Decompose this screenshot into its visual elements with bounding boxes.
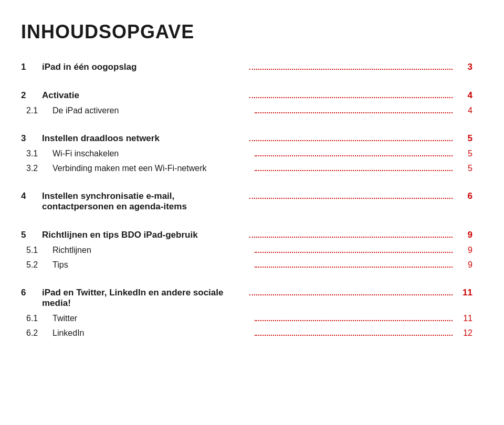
toc-sub-label: Wi-Fi inschakelen — [52, 149, 250, 158]
toc-sub-dots — [255, 252, 453, 253]
toc-label: Instellen draadloos netwerk — [42, 133, 245, 144]
toc-sub-number: 2.1 — [21, 106, 52, 115]
toc-sub-number: 3.1 — [21, 149, 52, 158]
section-spacer — [21, 125, 472, 133]
toc-page: 6 — [457, 191, 472, 201]
toc-dots — [249, 198, 453, 199]
toc-row-sub-5.1: 5.1Richtlijnen9 — [21, 246, 472, 255]
toc-sub-number: 5.2 — [21, 260, 52, 270]
section-spacer — [21, 82, 472, 90]
toc-dots — [249, 237, 453, 238]
toc-container: 1iPad in één oogopslag32Activatie42.1De … — [21, 62, 472, 338]
toc-page: 4 — [457, 90, 472, 101]
toc-number: 6 — [21, 288, 42, 298]
toc-sub-label: De iPad activeren — [52, 106, 250, 115]
toc-sub-number: 6.1 — [21, 314, 52, 323]
toc-dots — [249, 140, 453, 141]
page-title: INHOUDSOPGAVE — [21, 21, 472, 43]
toc-row-main-3: 3Instellen draadloos netwerk5 — [21, 133, 472, 144]
toc-sub-page: 5 — [457, 149, 472, 158]
toc-sub-dots — [255, 267, 453, 268]
toc-section-4: 4Instellen synchronisatie e-mail, contac… — [21, 191, 472, 212]
toc-number: 2 — [21, 90, 42, 101]
toc-sub-page: 4 — [457, 106, 472, 115]
toc-page: 9 — [457, 230, 472, 240]
section-spacer — [21, 221, 472, 230]
toc-number: 5 — [21, 230, 42, 240]
toc-section-2: 2Activatie42.1De iPad activeren4 — [21, 90, 472, 115]
toc-sub-label: Twitter — [52, 314, 250, 323]
toc-page: 11 — [457, 288, 472, 298]
toc-section-5: 5Richtlijnen en tips BDO iPad-gebruik95.… — [21, 230, 472, 270]
toc-sub-number: 3.2 — [21, 164, 52, 173]
toc-sub-label: Verbinding maken met een Wi-Fi-netwerk — [52, 164, 250, 173]
toc-row-sub-5.2: 5.2Tips9 — [21, 260, 472, 270]
toc-sub-label: Richtlijnen — [52, 246, 250, 255]
section-spacer — [21, 279, 472, 288]
toc-section-1: 1iPad in één oogopslag3 — [21, 62, 472, 72]
toc-row-main-6: 6iPad en Twitter, LinkedIn en andere soc… — [21, 288, 472, 309]
toc-row-main-1: 1iPad in één oogopslag3 — [21, 62, 472, 72]
toc-number: 1 — [21, 62, 42, 72]
toc-sub-page: 12 — [457, 328, 472, 338]
toc-section-6: 6iPad en Twitter, LinkedIn en andere soc… — [21, 288, 472, 338]
toc-sub-label: LinkedIn — [52, 328, 250, 338]
toc-number: 3 — [21, 133, 42, 144]
toc-section-3: 3Instellen draadloos netwerk53.1Wi-Fi in… — [21, 133, 472, 173]
toc-label: iPad en Twitter, LinkedIn en andere soci… — [42, 288, 245, 309]
toc-row-main-4: 4Instellen synchronisatie e-mail, contac… — [21, 191, 472, 212]
toc-sub-page: 9 — [457, 246, 472, 255]
toc-sub-number: 6.2 — [21, 328, 52, 338]
toc-sub-dots — [255, 170, 453, 171]
toc-row-sub-6.2: 6.2LinkedIn12 — [21, 328, 472, 338]
toc-number: 4 — [21, 191, 42, 201]
toc-sub-dots — [255, 320, 453, 321]
section-spacer — [21, 183, 472, 191]
toc-dots — [249, 97, 453, 98]
toc-page: 5 — [457, 133, 472, 144]
toc-sub-dots — [255, 335, 453, 336]
toc-dots — [249, 69, 453, 70]
toc-page: 3 — [457, 62, 472, 72]
toc-sub-page: 5 — [457, 164, 472, 173]
toc-row-sub-2.1: 2.1De iPad activeren4 — [21, 106, 472, 115]
toc-label: Activatie — [42, 90, 245, 101]
toc-row-sub-3.1: 3.1Wi-Fi inschakelen5 — [21, 149, 472, 158]
toc-label: iPad in één oogopslag — [42, 62, 245, 72]
toc-sub-page: 9 — [457, 260, 472, 270]
toc-sub-dots — [255, 155, 453, 156]
toc-sub-number: 5.1 — [21, 246, 52, 255]
toc-sub-page: 11 — [457, 314, 472, 323]
toc-sub-label: Tips — [52, 260, 250, 270]
toc-row-sub-6.1: 6.1Twitter11 — [21, 314, 472, 323]
toc-label: Richtlijnen en tips BDO iPad-gebruik — [42, 230, 245, 240]
toc-dots — [249, 294, 453, 295]
toc-row-main-5: 5Richtlijnen en tips BDO iPad-gebruik9 — [21, 230, 472, 240]
toc-row-main-2: 2Activatie4 — [21, 90, 472, 101]
toc-label: Instellen synchronisatie e-mail, contact… — [42, 191, 245, 212]
toc-row-sub-3.2: 3.2Verbinding maken met een Wi-Fi-netwer… — [21, 164, 472, 173]
toc-sub-dots — [255, 112, 453, 113]
